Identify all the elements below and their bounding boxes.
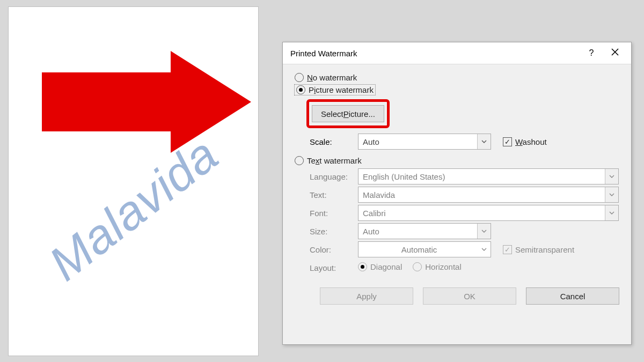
layout-horizontal-label: Horizontal [425, 262, 462, 271]
layout-horizontal-radio: Horizontal [413, 262, 462, 271]
close-icon [611, 48, 619, 56]
language-combobox[interactable]: English (United States) [358, 168, 619, 184]
layout-label: Layout: [310, 263, 358, 272]
washout-checkbox[interactable]: Washout [503, 137, 547, 146]
chevron-down-icon [477, 134, 491, 149]
color-combobox[interactable]: Automatic [358, 241, 491, 257]
radio-icon [413, 262, 422, 271]
apply-button[interactable]: Apply [320, 287, 413, 305]
checkbox-icon [503, 137, 512, 146]
text-value: Malavida [363, 190, 395, 200]
layout-diagonal-radio: Diagonal [358, 262, 402, 271]
scale-label: Scale: [310, 137, 358, 146]
chevron-down-icon [478, 242, 491, 257]
radio-picture-watermark[interactable]: Picture watermark [295, 85, 375, 95]
color-label: Color: [310, 245, 358, 254]
language-label: Language: [310, 172, 358, 181]
text-label: Text: [310, 190, 358, 200]
size-label: Size: [310, 227, 358, 236]
layout-diagonal-label: Diagonal [370, 262, 402, 271]
size-combobox[interactable]: Auto [358, 223, 491, 239]
dialog-footer: Apply OK Cancel [283, 283, 631, 305]
cancel-button[interactable]: Cancel [526, 287, 619, 305]
scale-combobox[interactable]: Auto [358, 134, 491, 150]
svg-marker-0 [42, 51, 251, 153]
dialog-title: Printed Watermark [290, 49, 357, 58]
scale-value: Auto [363, 137, 379, 146]
radio-icon [358, 262, 367, 271]
language-value: English (United States) [363, 172, 445, 181]
washout-label: Washout [515, 137, 547, 146]
chevron-down-icon [605, 169, 618, 184]
radio-no-watermark-label: No watermark [307, 73, 357, 82]
annotation-highlight: Select Picture... [306, 99, 390, 128]
font-combobox[interactable]: Calibri [358, 205, 619, 221]
radio-no-watermark[interactable]: No watermark [295, 73, 357, 82]
font-value: Calibri [363, 209, 386, 218]
radio-text-watermark-label: Text watermark [307, 156, 362, 165]
chevron-down-icon [477, 224, 491, 239]
checkbox-icon [503, 245, 512, 254]
radio-icon [296, 85, 305, 94]
radio-picture-watermark-label: Picture watermark [309, 85, 374, 94]
printed-watermark-dialog: Printed Watermark ? No watermark Picture… [282, 42, 632, 345]
font-label: Font: [310, 209, 358, 218]
chevron-down-icon [605, 205, 618, 220]
select-picture-button[interactable]: Select Picture... [312, 105, 384, 122]
chevron-down-icon [605, 187, 618, 202]
size-value: Auto [363, 227, 379, 236]
semitransparent-checkbox: Semitransparent [503, 245, 574, 254]
ok-button[interactable]: OK [423, 287, 516, 305]
color-value: Automatic [401, 245, 437, 254]
close-button[interactable] [603, 48, 627, 58]
radio-icon [295, 73, 304, 82]
annotation-arrow [42, 51, 251, 153]
semitransparent-label: Semitransparent [515, 245, 574, 254]
dialog-titlebar: Printed Watermark ? [283, 42, 631, 64]
text-combobox[interactable]: Malavida [358, 187, 619, 203]
radio-text-watermark[interactable]: Text watermark [295, 156, 362, 165]
radio-icon [295, 156, 304, 165]
help-button[interactable]: ? [580, 48, 603, 58]
